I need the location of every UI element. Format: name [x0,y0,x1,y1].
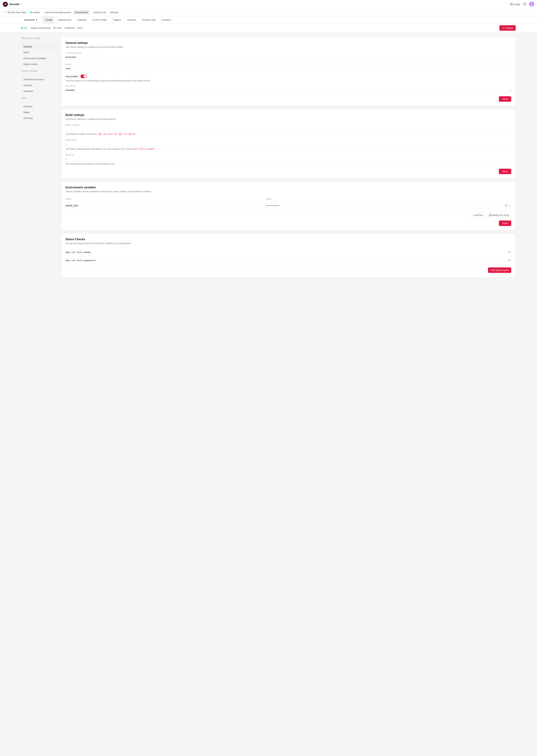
sidebar-divider-2 [21,74,57,75]
svg-point-6 [55,27,56,27]
sidebar-item-serverless[interactable]: Serverless functions [21,77,57,82]
env-name-input[interactable] [65,55,511,60]
deployment-settings-label: Deployment settings [21,37,57,39]
content-area: General settings Use these settings to c… [61,37,516,277]
svg-point-9 [506,205,507,206]
toggle-visibility-icon[interactable] [505,204,508,207]
output-folder-hint: The folder containing your built assets.… [65,148,511,150]
list-item: npm run test:smoke ••• [65,248,511,257]
build-command-input[interactable] [65,127,511,132]
back-label: Stormkit Team Apps [7,11,26,14]
site-url: sample.stormkit.dev [30,27,51,29]
project-name: sample [32,11,40,14]
app-name-arrow: ▾ [21,3,22,5]
sidebar-item-api-keys[interactable]: API Keys [21,115,57,121]
status-check-menu-1[interactable]: ••• [507,259,511,262]
back-button[interactable]: ← Stormkit Team Apps [3,10,28,15]
tab-snippets[interactable]: Snippets [75,16,89,23]
build-root-input[interactable] [65,157,511,162]
env-vars-save-button[interactable]: Save [499,220,511,226]
sidebar-item-domains[interactable]: Domains [21,104,57,109]
breadcrumb-nav: ← Stormkit Team Apps sample / stormkit-i… [0,9,537,16]
sidebar-item-redirects[interactable]: Redirects [21,88,57,94]
env-name-label: Environment name [65,52,511,54]
env-vars-card: Environment variables These variables wi… [61,181,516,230]
user-avatar[interactable] [529,2,534,7]
status-check-name-1: npm run test:puppeeter [65,259,96,262]
add-row-button[interactable]: + Add Row [471,213,485,218]
build-command-label: Build command [65,124,511,126]
status-bar: 200 sample.stormkit.dev main Published 7… [0,23,537,33]
sidebar-item-build[interactable]: Build [21,50,57,55]
status-check-menu-0[interactable]: ••• [507,250,511,254]
general-save-button[interactable]: Save [499,96,511,102]
general-settings-subtitle: Use these settings to configure your env… [65,46,511,48]
usage-button[interactable]: Usage [510,3,520,6]
build-root-hint: The working directory relative to the Re… [65,163,511,165]
build-root-field: Build root The working directory relativ… [65,154,511,165]
env-name-field: Environment name [65,52,511,60]
branch-icon [54,27,56,29]
deploy-button[interactable]: 🚀 Deploy [499,25,516,31]
tabs-container: Config Deployments Snippets Feature Flag… [42,16,516,23]
sidebar-item-env-vars[interactable]: Environment variables [21,56,57,61]
nav-link-settings[interactable]: Settings [110,11,118,14]
branch-field: Branch [65,63,511,71]
env-select-label: production [24,19,35,21]
sidebar-item-mailer[interactable]: Mailer [21,109,57,115]
tab-config[interactable]: Config [42,16,55,23]
build-save-button[interactable]: Save [499,169,511,174]
build-settings-subtitle: Use these settings to configure your bui… [65,118,511,120]
env-vars-title: Environment variables [65,186,511,189]
sidebar-item-headers[interactable]: Headers [21,83,57,88]
auto-deploy-field: Auto deploy Disabled Enabled ▾ [65,85,511,93]
branch-label: Branch [65,63,511,65]
notification-bell-icon[interactable] [523,2,526,6]
auto-publish-row: Auto publish [65,75,511,78]
env-value-input-0[interactable] [266,204,504,208]
environments-badge[interactable]: Environments [73,11,90,15]
nav-link-activity-feed[interactable]: Activity Feed [93,11,106,14]
environment-selector[interactable]: production ▾ [21,16,40,23]
env-name-col-header: Name [65,196,266,202]
output-folder-input[interactable] [65,142,511,147]
branch-input[interactable] [65,66,511,71]
env-vars-subtitle: These variables will be available to bui… [65,190,511,193]
auto-deploy-select[interactable]: Disabled Enabled [65,88,511,93]
svg-point-3 [531,3,532,4]
auto-publish-description: Turn this feature on to automatically pu… [65,80,511,82]
tab-triggers[interactable]: Triggers [110,16,124,23]
list-item: npm run test:puppeeter ••• [65,257,511,264]
status-check-name-0: npm run test:smoke [65,251,91,254]
tab-feature-flags[interactable]: Feature Flags [90,16,109,23]
status-code-value: 200 [23,27,27,29]
tab-analytics[interactable]: Analytics [159,16,174,23]
env-name-input-0[interactable] [65,204,266,208]
usage-icon [510,3,513,6]
runtime-settings-label: Runtime Settings [21,70,57,72]
main-layout: Deployment settings General Build Enviro… [0,33,537,282]
branch-info: main [54,27,62,29]
output-folder-field: Output folder The folder containing your… [65,139,511,150]
project-breadcrumb[interactable]: sample [30,11,40,14]
app-name: Stormkit [9,3,20,6]
sidebar: Deployment settings General Build Enviro… [21,37,57,277]
tab-deployments[interactable]: Deployments [55,16,74,23]
published-status: Published 72427 [64,27,83,29]
env-select-arrow: ▾ [36,19,37,21]
status-checks-subtitle: Set up post-deployment commands to valid… [65,242,511,245]
sidebar-item-status-checks[interactable]: Status checks [21,61,57,67]
svg-point-8 [505,205,508,206]
tab-volumes[interactable]: Volumes [124,16,139,23]
sidebar-item-general[interactable]: General [21,44,57,49]
modify-as-string-button[interactable]: Modify as a string [487,213,511,218]
auto-publish-toggle[interactable] [80,75,87,78]
status-code: 200 [21,27,27,29]
svg-point-4 [530,5,533,6]
add-status-check-button[interactable]: Add status check [488,267,511,273]
build-root-label: Build root [65,154,511,156]
tab-runtime-logs[interactable]: Runtime logs [139,16,158,23]
general-settings-title: General settings [65,41,511,45]
remove-env-var-icon[interactable]: ✕ [509,204,511,207]
svg-point-5 [54,27,55,27]
